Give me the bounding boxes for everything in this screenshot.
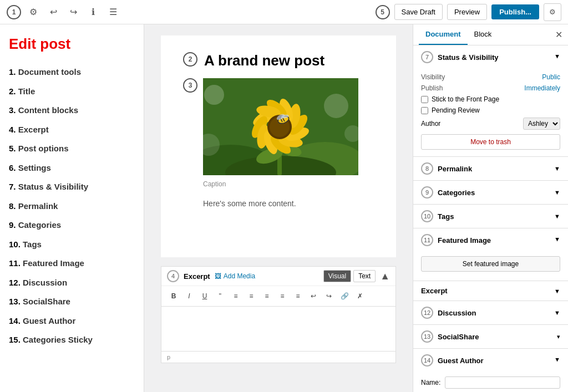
move-trash-button[interactable]: Move to trash bbox=[421, 134, 560, 150]
italic-button[interactable]: I bbox=[182, 289, 196, 303]
align-right-button[interactable]: ≡ bbox=[291, 289, 305, 303]
tags-section: 10 Tags ▼ bbox=[413, 205, 568, 228]
categories-header[interactable]: 9 Categories ▼ bbox=[413, 181, 568, 204]
preview-button[interactable]: Preview bbox=[447, 4, 487, 20]
permalink-chevron: ▼ bbox=[554, 165, 560, 172]
nav-item-num: 3. bbox=[9, 105, 16, 115]
nav-item[interactable]: 11. Featured Image bbox=[9, 254, 135, 273]
guest-author-header[interactable]: 14 Guest Author ▲ bbox=[413, 349, 568, 372]
excerpt-rs-title: Excerpt bbox=[421, 287, 448, 295]
text-tab[interactable]: Text bbox=[353, 270, 376, 282]
ol-button[interactable]: ≡ bbox=[245, 289, 258, 303]
nav-item[interactable]: 2. Title bbox=[9, 82, 135, 101]
stick-checkbox-row: Stick to the Front Page bbox=[421, 95, 560, 103]
post-title-row: 2 A brand new post bbox=[183, 52, 374, 69]
save-draft-button[interactable]: Save Draft bbox=[394, 4, 443, 20]
publish-button[interactable]: Publish... bbox=[491, 4, 539, 19]
add-media-label: Add Media bbox=[224, 272, 255, 280]
socialshare-header[interactable]: 13 SocialShare ▾ bbox=[413, 325, 568, 348]
nav-item[interactable]: 8. Permalink bbox=[9, 197, 135, 216]
tags-header[interactable]: 10 Tags ▼ bbox=[413, 205, 568, 228]
align-left-button[interactable]: ≡ bbox=[260, 289, 273, 303]
visibility-value[interactable]: Public bbox=[542, 73, 560, 81]
underline-button[interactable]: U bbox=[198, 289, 211, 303]
publish-value[interactable]: Immediately bbox=[524, 84, 560, 92]
block-tab[interactable]: Block bbox=[468, 24, 499, 45]
nav-item-num: 12. bbox=[9, 278, 21, 287]
nav-item-num: 1. bbox=[9, 67, 16, 77]
nav-item[interactable]: 3. Content blocks bbox=[9, 101, 135, 120]
settings-icon[interactable]: ⚙ bbox=[26, 4, 41, 20]
ul-button[interactable]: ≡ bbox=[229, 289, 242, 303]
redo-fmt-button[interactable]: ↪ bbox=[322, 289, 336, 303]
nav-item[interactable]: 10. Tags bbox=[9, 235, 135, 254]
circle-3: 3 bbox=[183, 78, 197, 93]
discussion-header[interactable]: 12 Discussion ▼ bbox=[413, 301, 568, 324]
info-icon[interactable]: ℹ bbox=[85, 4, 101, 20]
redo-icon[interactable]: ↪ bbox=[65, 4, 81, 20]
options-gear-icon[interactable]: ⚙ bbox=[544, 3, 561, 21]
visibility-label: Visibility bbox=[421, 73, 445, 81]
publish-label: Publish bbox=[421, 84, 443, 92]
collapse-excerpt-button[interactable]: ▲ bbox=[380, 271, 390, 282]
nav-list: 1. Document tools2. Title3. Content bloc… bbox=[9, 63, 135, 350]
add-media-button[interactable]: 🖼 Add Media bbox=[215, 272, 255, 280]
close-sidebar-button[interactable]: ✕ bbox=[555, 29, 562, 40]
menu-icon[interactable]: ☰ bbox=[105, 4, 121, 20]
excerpt-label: Excerpt bbox=[184, 272, 210, 281]
post-more-content: Here's some more content. bbox=[203, 199, 358, 208]
guest-author-body: Name: bbox=[413, 372, 568, 392]
image-block: Caption Here's some more content. bbox=[203, 78, 358, 208]
status-visibility-header[interactable]: 7 Status & Visibility ▲ bbox=[413, 45, 568, 69]
publish-row: Publish Immediately bbox=[421, 84, 560, 92]
align-center-button[interactable]: ≡ bbox=[276, 289, 289, 303]
nav-item[interactable]: 13. SocialShare bbox=[9, 292, 135, 312]
post-image bbox=[203, 78, 358, 175]
author-row: Author Ashley bbox=[421, 118, 560, 130]
nav-item[interactable]: 7. Status & Visibility bbox=[9, 177, 135, 197]
excerpt-editor[interactable] bbox=[161, 307, 395, 351]
guest-name-input[interactable] bbox=[445, 376, 560, 389]
featured-image-title: Featured Image bbox=[438, 236, 491, 245]
nav-item[interactable]: 9. Categories bbox=[9, 216, 135, 235]
featured-image-section: 11 Featured Image ▲ Set featured image bbox=[413, 228, 568, 281]
set-featured-image-button[interactable]: Set featured image bbox=[421, 256, 560, 272]
undo-fmt-button[interactable]: ↩ bbox=[307, 289, 320, 303]
guest-name-label: Name: bbox=[421, 379, 440, 386]
add-media-row: 4 Excerpt 🖼 Add Media Visual Text ▲ bbox=[161, 267, 395, 286]
author-select[interactable]: Ashley bbox=[523, 118, 560, 130]
nav-item[interactable]: 15. Categories Sticky bbox=[9, 330, 135, 350]
visual-tab[interactable]: Visual bbox=[323, 270, 351, 282]
nav-item[interactable]: 6. Settings bbox=[9, 159, 135, 178]
nav-item[interactable]: 14. Guest Author bbox=[9, 312, 135, 331]
nav-item[interactable]: 5. Post options bbox=[9, 139, 135, 159]
circle-10: 10 bbox=[421, 210, 433, 222]
guest-name-row: Name: bbox=[421, 376, 560, 389]
nav-item-num: 10. bbox=[9, 240, 21, 249]
unlink-button[interactable]: ✗ bbox=[353, 289, 367, 303]
pending-checkbox[interactable] bbox=[421, 107, 428, 114]
permalink-header[interactable]: 8 Permalink ▼ bbox=[413, 157, 568, 180]
blockquote-button[interactable]: " bbox=[214, 289, 227, 303]
nav-item-label: Settings bbox=[18, 163, 51, 172]
discussion-title: Discussion bbox=[438, 309, 476, 317]
nav-item[interactable]: 1. Document tools bbox=[9, 63, 135, 82]
nav-item[interactable]: 12. Discussion bbox=[9, 273, 135, 293]
socialshare-title: SocialShare bbox=[438, 333, 479, 341]
nav-item[interactable]: 4. Excerpt bbox=[9, 120, 135, 140]
featured-image-header[interactable]: 11 Featured Image ▲ bbox=[413, 228, 568, 252]
nav-item-label: Featured Image bbox=[23, 258, 84, 268]
nav-item-num: 9. bbox=[9, 220, 16, 230]
status-visibility-title: Status & Visibility bbox=[438, 53, 499, 62]
stick-checkbox[interactable] bbox=[421, 96, 428, 103]
excerpt-footer: p bbox=[161, 351, 395, 363]
excerpt-rs-header[interactable]: Excerpt ▼ bbox=[413, 281, 568, 301]
document-tab[interactable]: Document bbox=[419, 24, 468, 45]
link-button[interactable]: 🔗 bbox=[338, 289, 351, 303]
excerpt-area: 4 Excerpt 🖼 Add Media Visual Text ▲ B I … bbox=[161, 266, 396, 363]
nav-item-label: Post options bbox=[18, 144, 69, 153]
categories-section: 9 Categories ▼ bbox=[413, 181, 568, 205]
bold-button[interactable]: B bbox=[167, 289, 180, 303]
undo-icon[interactable]: ↩ bbox=[45, 4, 61, 20]
nav-item-num: 14. bbox=[9, 316, 21, 325]
